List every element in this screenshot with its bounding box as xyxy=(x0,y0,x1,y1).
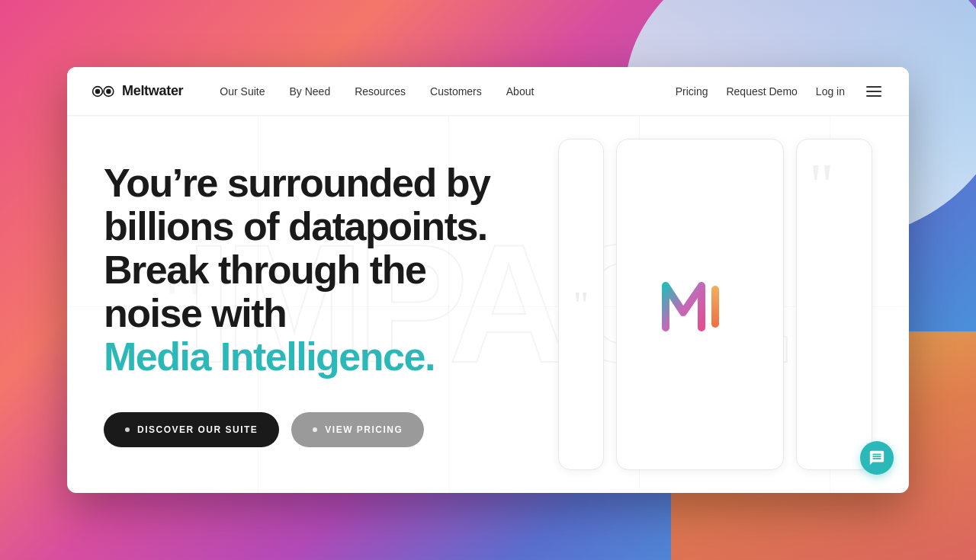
discover-suite-label: DISCOVER OUR SUITE xyxy=(137,424,258,435)
nav-about[interactable]: About xyxy=(506,85,535,98)
hero-line3: Break through the noise with xyxy=(104,248,425,335)
feature-card-partial-right: " xyxy=(796,139,872,470)
navbar: Meltwater Our Suite By Need Resources Cu… xyxy=(67,67,909,116)
chat-bubble-button[interactable] xyxy=(860,441,894,475)
nav-pricing[interactable]: Pricing xyxy=(676,85,708,98)
svg-point-1 xyxy=(95,88,100,93)
hamburger-line-1 xyxy=(866,86,881,88)
nav-resources[interactable]: Resources xyxy=(355,85,406,98)
nav-customers[interactable]: Customers xyxy=(430,85,482,98)
feature-card-main xyxy=(616,139,784,470)
hero-line2: billions of datapoints. xyxy=(104,204,487,248)
hero-line1: You’re surrounded by xyxy=(104,161,490,205)
right-card-quote: " xyxy=(797,139,872,231)
main-content: IMPACT. " You’re surrounded by billions … xyxy=(67,116,909,493)
left-partial-card: " xyxy=(558,139,604,470)
hero-title: You’re surrounded by billions of datapoi… xyxy=(104,162,522,379)
btn-dot-dark xyxy=(125,427,130,432)
nav-by-need[interactable]: By Need xyxy=(289,85,330,98)
cards-area: " xyxy=(558,116,909,493)
hamburger-line-2 xyxy=(866,91,881,92)
logo-text: Meltwater xyxy=(122,83,183,99)
meltwater-mi-logo xyxy=(654,270,746,339)
discover-suite-button[interactable]: DISCOVER OUR SUITE xyxy=(104,412,279,447)
nav-our-suite[interactable]: Our Suite xyxy=(220,85,265,98)
browser-window: Meltwater Our Suite By Need Resources Cu… xyxy=(67,67,909,493)
hero-line4-teal: Media Intelligence. xyxy=(104,334,435,379)
view-pricing-button[interactable]: VIEW PRICING xyxy=(291,412,424,447)
hamburger-line-3 xyxy=(866,95,881,97)
svg-point-3 xyxy=(106,88,111,93)
hero-buttons: DISCOVER OUR SUITE VIEW PRICING xyxy=(104,412,522,447)
btn-dot-gray xyxy=(313,427,317,432)
chat-icon xyxy=(868,450,885,466)
view-pricing-label: VIEW PRICING xyxy=(325,424,403,435)
logo-area[interactable]: Meltwater xyxy=(92,83,183,99)
hamburger-menu-button[interactable] xyxy=(863,83,884,100)
nav-right: Pricing Request Demo Log in xyxy=(676,83,884,100)
nav-login[interactable]: Log in xyxy=(816,85,845,98)
nav-left: Our Suite By Need Resources Customers Ab… xyxy=(220,85,675,98)
svg-rect-4 xyxy=(711,286,719,328)
hero-section: You’re surrounded by billions of datapoi… xyxy=(67,116,558,493)
nav-request-demo[interactable]: Request Demo xyxy=(726,85,797,98)
meltwater-logo-icon xyxy=(92,84,116,99)
left-card-quote: " xyxy=(566,278,596,331)
